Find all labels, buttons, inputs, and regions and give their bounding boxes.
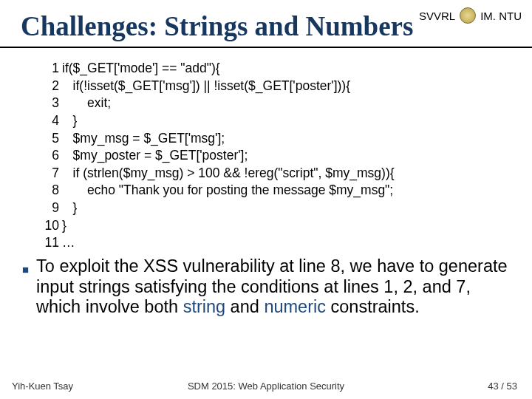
code-line: 5 $my_msg = $_GET['msg']; — [41, 130, 495, 148]
code-line: 9 } — [41, 200, 495, 217]
ntu-logo-icon — [460, 7, 476, 24]
code-line: 1if($_GET['mode'] == "add"){ — [41, 60, 495, 78]
code-line: 4 } — [41, 112, 495, 130]
code-line: 8 echo "Thank you for posting the messag… — [41, 182, 495, 200]
footer: Yih-Kuen Tsay SDM 2015: Web Application … — [0, 381, 532, 392]
highlight-string: string — [183, 297, 225, 316]
code-line: 11… — [41, 234, 495, 252]
code-block: 1if($_GET['mode'] == "add"){ 2 if(!isset… — [41, 60, 495, 252]
code-line: 10} — [41, 217, 495, 235]
body-paragraph: ■ To exploit the XSS vulnerability at li… — [22, 256, 514, 318]
highlight-numeric: numeric — [264, 297, 326, 316]
paragraph-text: To exploit the XSS vulnerability at line… — [36, 256, 514, 318]
footer-venue: SDM 2015: Web Application Security — [0, 381, 532, 392]
org-left: SVVRL — [419, 10, 455, 22]
org-right: IM. NTU — [480, 10, 522, 22]
code-line: 2 if(!isset($_GET['msg']) || !isset($_GE… — [41, 78, 495, 95]
header-right: SVVRL IM. NTU — [419, 7, 522, 24]
code-line: 6 $my_poster = $_GET['poster']; — [41, 147, 495, 165]
bullet-icon: ■ — [22, 263, 29, 276]
code-line: 7 if (strlen($my_msg) > 100 && !ereg("sc… — [41, 165, 495, 183]
code-line: 3 exit; — [41, 95, 495, 112]
